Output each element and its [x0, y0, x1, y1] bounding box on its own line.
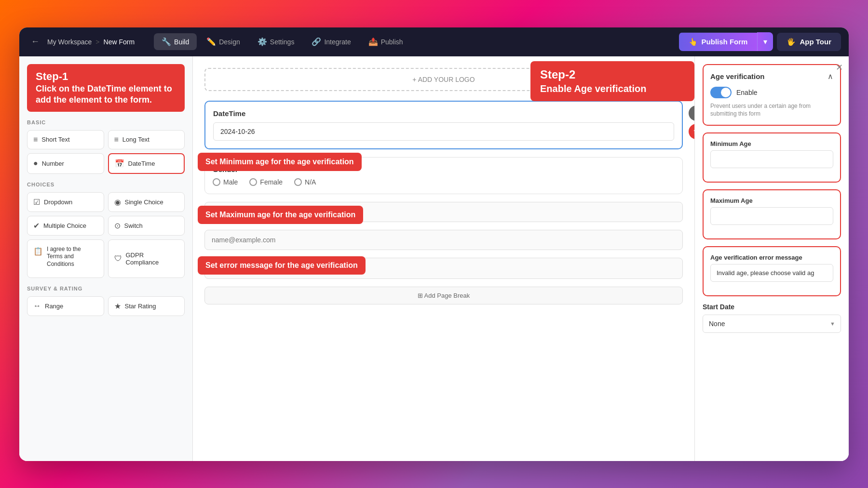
range-label: Range	[45, 303, 63, 310]
tab-design-label: Design	[219, 38, 240, 46]
form-name-label: New Form	[104, 38, 135, 46]
long-text-icon: ≡	[114, 135, 119, 144]
single-choice-element[interactable]: ◉ Single Choice	[108, 192, 185, 212]
min-age-input[interactable]	[710, 150, 833, 168]
start-date-select[interactable]: None	[703, 315, 841, 333]
choices-extra-elements: 📋 I agree to the Terms and Conditions 🛡 …	[27, 239, 185, 278]
datetime-icon: 📅	[115, 159, 124, 168]
error-message-field-group: Age verification error message Invalid a…	[710, 254, 833, 282]
terms-label: I agree to the Terms and Conditions	[47, 246, 98, 268]
tab-publish[interactable]: 📤 Publish	[361, 33, 411, 50]
max-age-input[interactable]	[710, 207, 833, 225]
tab-integrate[interactable]: 🔗 Integrate	[304, 33, 358, 50]
range-element[interactable]: ↔ Range	[27, 296, 104, 316]
breadcrumb-separator: >	[95, 38, 99, 46]
form-right-wrapper: + ADD YOUR LOGO DateTime ⋮ 🗑 Gender	[193, 56, 849, 461]
long-text-label: Long Text	[122, 136, 149, 143]
multiple-choice-label: Multiple Choice	[43, 222, 86, 229]
start-date-select-wrapper: None	[703, 315, 841, 333]
right-panel: ✕ Age verification ∧ Enable Prevent user…	[694, 56, 849, 461]
max-age-field-group: Maximum Age	[710, 197, 833, 225]
breadcrumb: My Workspace > New Form	[47, 38, 135, 46]
datetime-field-container: DateTime ⋮ 🗑	[204, 101, 683, 149]
dropdown-label: Dropdown	[44, 198, 72, 206]
age-verification-title: Age verification	[710, 72, 765, 80]
gender-female-label: Female	[260, 178, 283, 186]
datetime-label: DateTime	[128, 160, 155, 167]
short-text-label: Short Text	[41, 136, 69, 143]
radio-circle-na	[294, 178, 302, 186]
dropdown-element[interactable]: ☑ Dropdown	[27, 192, 104, 212]
survey-elements: ↔ Range ★ Star Rating	[27, 296, 185, 316]
choices-elements: ☑ Dropdown ◉ Single Choice ✔ Multiple Ch…	[27, 192, 185, 236]
enable-toggle[interactable]	[710, 87, 732, 98]
step1-body: Click on the DateTime element to add the…	[36, 83, 176, 106]
gender-na[interactable]: N/A	[294, 178, 316, 186]
star-rating-element[interactable]: ★ Star Rating	[108, 296, 185, 316]
close-button[interactable]: ✕	[836, 62, 843, 73]
error-message-label: Age verification error message	[710, 254, 833, 261]
gender-female[interactable]: Female	[249, 178, 283, 186]
dropdown-chevron-icon: ▾	[763, 38, 767, 46]
step2-title: Step-2	[540, 68, 685, 81]
datetime-field-label: DateTime	[213, 109, 674, 118]
terms-icon: 📋	[33, 247, 43, 256]
publish-form-dropdown[interactable]: ▾	[757, 32, 773, 51]
dropdown-icon: ☑	[33, 198, 40, 207]
min-age-label: Minimum Age	[710, 140, 833, 147]
datetime-element[interactable]: 📅 DateTime	[108, 153, 185, 174]
chevron-up-icon[interactable]: ∧	[827, 72, 833, 81]
datetime-form-field: DateTime	[204, 101, 683, 149]
datetime-field-input[interactable]	[213, 122, 674, 141]
step2-body: Enable Age verification	[540, 83, 685, 94]
single-choice-icon: ◉	[114, 198, 121, 207]
tab-build[interactable]: 🔧 Build	[154, 33, 197, 50]
tab-settings[interactable]: ⚙️ Settings	[250, 33, 302, 50]
error-message-input[interactable]: Invalid age, please choose valid ag	[710, 264, 833, 282]
gender-male[interactable]: Male	[213, 178, 238, 186]
app-tour-button[interactable]: 🖐 App Tour	[777, 33, 841, 51]
switch-element[interactable]: ⊙ Switch	[108, 216, 185, 236]
star-rating-label: Star Rating	[125, 303, 156, 310]
error-annotation: Set error message for the age verificati…	[198, 256, 366, 275]
design-icon: ✏️	[206, 37, 216, 46]
tab-settings-label: Settings	[270, 38, 295, 46]
radio-circle-male	[213, 178, 220, 186]
short-text-element[interactable]: ≡ Short Text	[27, 130, 104, 149]
error-message-section: Age verification error message Invalid a…	[703, 246, 841, 296]
single-choice-label: Single Choice	[125, 198, 163, 206]
basic-section-label: BASIC	[27, 119, 185, 125]
field-menu-button[interactable]: ⋮	[689, 106, 694, 121]
form-area: + ADD YOUR LOGO DateTime ⋮ 🗑 Gender	[193, 56, 694, 461]
field-delete-button[interactable]: 🗑	[689, 124, 694, 139]
add-page-break-button[interactable]: ⊞ Add Page Break	[204, 287, 683, 304]
min-age-section: Minimum Age	[703, 132, 841, 183]
gdpr-label: GDPR Compliance	[126, 251, 179, 266]
build-icon: 🔧	[162, 37, 171, 46]
multiple-choice-element[interactable]: ✔ Multiple Choice	[27, 216, 104, 236]
long-text-element[interactable]: ≡ Long Text	[108, 130, 185, 149]
range-icon: ↔	[33, 302, 41, 310]
publish-form-button[interactable]: 👆 Publish Form	[679, 33, 758, 51]
number-element[interactable]: ● Number	[27, 153, 104, 174]
star-icon: ★	[114, 302, 121, 311]
basic-elements: ≡ Short Text ≡ Long Text ● Number 📅 Date…	[27, 130, 185, 174]
start-date-label: Start Date	[703, 303, 841, 311]
gdpr-element[interactable]: 🛡 GDPR Compliance	[108, 239, 185, 278]
back-button[interactable]: ←	[27, 35, 43, 49]
enable-label: Enable	[736, 89, 758, 96]
tab-design[interactable]: ✏️ Design	[199, 33, 248, 50]
publish-nav-icon: 📤	[368, 37, 378, 46]
terms-conditions-element[interactable]: 📋 I agree to the Terms and Conditions	[27, 239, 104, 278]
multiple-choice-icon: ✔	[33, 221, 40, 230]
radio-circle-female	[249, 178, 257, 186]
app-tour-icon: 🖐	[787, 38, 796, 46]
min-age-annotation: Set Minimum age for the age verification	[198, 153, 362, 171]
enable-toggle-row: Enable	[710, 87, 833, 98]
workspace-label[interactable]: My Workspace	[47, 38, 92, 46]
publish-form-button-group: 👆 Publish Form ▾	[679, 32, 773, 51]
tab-integrate-label: Integrate	[324, 38, 351, 46]
number-icon: ●	[33, 159, 38, 168]
email-input[interactable]	[204, 230, 683, 250]
cursor-icon: 👆	[689, 38, 698, 46]
